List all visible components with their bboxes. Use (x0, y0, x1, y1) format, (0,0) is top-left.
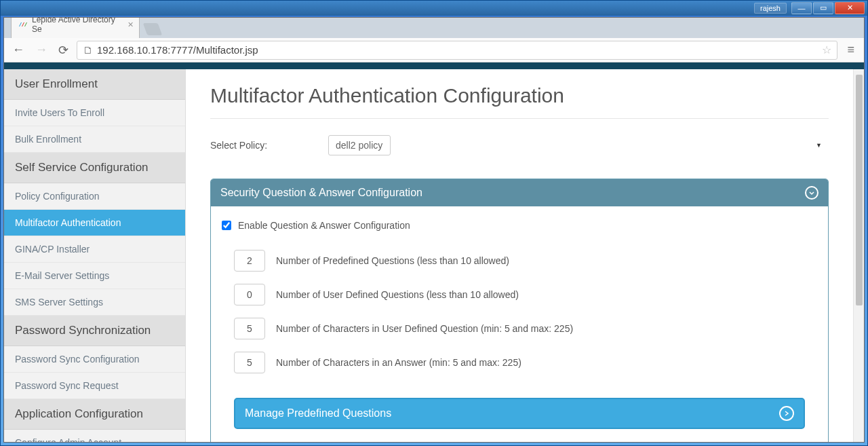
user-defined-questions-label: Number of User Defined Questions (less t… (276, 289, 519, 300)
field-chars-in-question: Number of Characters in User Defined Que… (214, 318, 825, 339)
page-icon: 🗋 (83, 44, 93, 56)
enable-qa-row: Enable Question & Answer Configuration (214, 220, 825, 231)
policy-select-wrap: dell2 policy (328, 135, 829, 155)
security-qa-panel: Security Question & Answer Configuration… (210, 179, 829, 442)
maximize-button[interactable]: ▭ (813, 2, 833, 14)
chars-in-answer-input[interactable] (234, 352, 265, 373)
sidebar-item-sms-settings[interactable]: SMS Server Settings (4, 289, 185, 316)
browser-menu-button[interactable]: ≡ (843, 41, 859, 58)
page-header-band (4, 62, 864, 69)
sidebar-section-app-config: Application Configuration (4, 399, 185, 430)
window-frame: rajesh — ▭ ✕ Lepide Active Directory Se … (0, 0, 868, 446)
sidebar-section-password-sync: Password Synchronization (4, 316, 185, 346)
predefined-questions-input[interactable] (234, 250, 265, 272)
address-bar[interactable]: 🗋 192.168.10.178:7777/Multifactor.jsp ☆ (77, 41, 837, 60)
tab-close-icon[interactable]: ✕ (127, 20, 134, 29)
main-content: Multifactor Authentication Configuration… (186, 69, 853, 442)
forward-button: → (33, 41, 50, 58)
bookmark-star-icon[interactable]: ☆ (822, 43, 831, 56)
tab-strip: Lepide Active Directory Se ✕ (4, 18, 864, 38)
browser-toolbar: ← → ⟳ 🗋 192.168.10.178:7777/Multifactor.… (4, 38, 864, 62)
panel-collapse-icon[interactable] (805, 186, 818, 200)
sidebar-section-user-enrollment: User Enrollment (4, 69, 185, 100)
page-body: User Enrollment Invite Users To Enroll B… (4, 69, 864, 442)
sidebar-item-email-settings[interactable]: E-Mail Server Settings (4, 263, 185, 289)
sidebar-item-gina-cp[interactable]: GINA/CP Installer (4, 236, 185, 263)
window-user: rajesh (754, 3, 787, 14)
sidebar-item-pw-sync-request[interactable]: Password Sync Request (4, 373, 185, 399)
close-button[interactable]: ✕ (835, 2, 865, 14)
security-qa-panel-header[interactable]: Security Question & Answer Configuration (211, 179, 828, 206)
sidebar-item-invite-users[interactable]: Invite Users To Enroll (4, 100, 185, 126)
policy-label: Select Policy: (210, 140, 267, 151)
policy-select[interactable]: dell2 policy (328, 135, 391, 155)
divider (210, 118, 829, 119)
subpanel-title: Manage Predefined Questions (245, 407, 391, 420)
field-user-defined-questions: Number of User Defined Questions (less t… (214, 284, 825, 305)
browser-chrome: Lepide Active Directory Se ✕ ← → ⟳ 🗋 192… (3, 17, 865, 443)
predefined-questions-label: Number of Predefined Questions (less tha… (276, 255, 509, 266)
policy-row: Select Policy: dell2 policy (210, 135, 829, 155)
panel-body: Enable Question & Answer Configuration N… (211, 206, 828, 442)
tab-favicon-icon (18, 20, 28, 29)
sidebar: User Enrollment Invite Users To Enroll B… (4, 69, 186, 442)
sidebar-item-config-admin[interactable]: Configure Admin Account (4, 430, 185, 442)
tab-title: Lepide Active Directory Se (32, 17, 120, 34)
window-titlebar: rajesh — ▭ ✕ (1, 1, 867, 16)
field-predefined-questions: Number of Predefined Questions (less tha… (214, 250, 825, 272)
expand-arrow-icon[interactable] (779, 406, 794, 421)
chars-in-question-input[interactable] (234, 318, 265, 339)
chars-in-answer-label: Number of Characters in an Answer (min: … (276, 357, 521, 368)
chars-in-question-label: Number of Characters in User Defined Que… (276, 323, 573, 334)
page: User Enrollment Invite Users To Enroll B… (4, 62, 864, 442)
sidebar-section-self-service: Self Service Configuration (4, 153, 185, 183)
sidebar-item-pw-sync-config[interactable]: Password Sync Configuration (4, 346, 185, 373)
sidebar-item-policy-config[interactable]: Policy Configuration (4, 183, 185, 210)
new-tab-button[interactable] (143, 23, 163, 35)
back-button[interactable]: ← (9, 41, 27, 58)
user-defined-questions-input[interactable] (234, 284, 265, 305)
vertical-scrollbar[interactable] (853, 69, 864, 442)
manage-predefined-questions-panel[interactable]: Manage Predefined Questions (234, 398, 805, 429)
field-chars-in-answer: Number of Characters in an Answer (min: … (214, 352, 825, 373)
browser-tab[interactable]: Lepide Active Directory Se ✕ (11, 17, 140, 38)
page-title: Multifactor Authentication Configuration (210, 84, 829, 107)
enable-qa-checkbox[interactable] (222, 221, 231, 230)
enable-qa-label: Enable Question & Answer Configuration (238, 220, 410, 231)
minimize-button[interactable]: — (791, 2, 812, 14)
scrollbar-thumb[interactable] (856, 75, 863, 305)
panel-title: Security Question & Answer Configuration (220, 187, 422, 199)
reload-button[interactable]: ⟳ (56, 41, 71, 59)
sidebar-item-multifactor-auth[interactable]: Multifactor Authentication (4, 210, 185, 236)
url-text: 192.168.10.178:7777/Multifactor.jsp (97, 44, 258, 56)
sidebar-item-bulk-enrollment[interactable]: Bulk Enrollment (4, 126, 185, 153)
